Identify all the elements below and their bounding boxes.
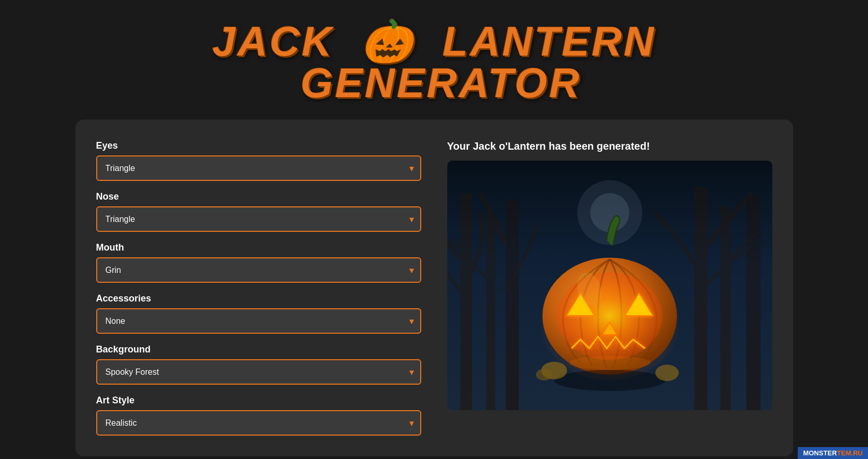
app-layout: JACK 🎃 LANTERN GENERATOR Eyes Triangle R… <box>70 10 798 459</box>
app-title: JACK 🎃 LANTERN GENERATOR <box>70 21 798 104</box>
art-style-label: Art Style <box>96 395 421 406</box>
art-style-select[interactable]: Realistic Cartoon Pixel Art Watercolor S… <box>96 410 421 436</box>
jack-image-container <box>447 161 772 410</box>
watermark-suffix: TEM.RU <box>837 449 863 457</box>
mouth-select-wrapper: Grin Smile Frown Jagged Fangs ▾ <box>96 257 421 283</box>
accessories-select[interactable]: None Hat Bow Candle Spider <box>96 308 421 334</box>
accessories-field-group: Accessories None Hat Bow Candle Spider ▾ <box>96 293 421 334</box>
svg-point-26 <box>536 369 552 381</box>
art-style-select-wrapper: Realistic Cartoon Pixel Art Watercolor S… <box>96 410 421 436</box>
options-column: Eyes Triangle Round Square Star Diamond … <box>96 140 421 436</box>
eyes-field-group: Eyes Triangle Round Square Star Diamond … <box>96 140 421 181</box>
svg-rect-8 <box>746 196 761 410</box>
eyes-label: Eyes <box>96 140 421 151</box>
eyes-select-wrapper: Triangle Round Square Star Diamond ▾ <box>96 155 421 181</box>
nose-field-group: Nose Triangle Round Square None ▾ <box>96 191 421 232</box>
title-container: JACK 🎃 LANTERN GENERATOR <box>70 10 798 120</box>
accessories-label: Accessories <box>96 293 421 304</box>
accessories-select-wrapper: None Hat Bow Candle Spider ▾ <box>96 308 421 334</box>
art-style-field-group: Art Style Realistic Cartoon Pixel Art Wa… <box>96 395 421 436</box>
nose-select-wrapper: Triangle Round Square None ▾ <box>96 206 421 232</box>
jack-olantern-svg <box>488 208 732 395</box>
background-select-wrapper: Spooky Forest Graveyard Haunted House Ni… <box>96 359 421 385</box>
watermark-prefix: MONSTER <box>803 449 837 457</box>
svg-rect-3 <box>460 193 472 411</box>
mouth-select[interactable]: Grin Smile Frown Jagged Fangs <box>96 257 421 283</box>
nose-select[interactable]: Triangle Round Square None <box>96 206 421 232</box>
generated-label: Your Jack o'Lantern has been generated! <box>447 140 650 152</box>
nose-label: Nose <box>96 191 421 202</box>
svg-point-25 <box>655 365 679 382</box>
eyes-select[interactable]: Triangle Round Square Star Diamond <box>96 155 421 181</box>
background-label: Background <box>96 344 421 355</box>
svg-point-21 <box>568 356 651 370</box>
mouth-label: Mouth <box>96 242 421 253</box>
background-select[interactable]: Spooky Forest Graveyard Haunted House Ni… <box>96 359 421 385</box>
jack-scene <box>447 161 772 410</box>
background-field-group: Background Spooky Forest Graveyard Haunt… <box>96 344 421 385</box>
svg-point-23 <box>554 370 665 391</box>
preview-column: Your Jack o'Lantern has been generated! <box>447 140 772 436</box>
main-panel: Eyes Triangle Round Square Star Diamond … <box>75 120 793 456</box>
mouth-field-group: Mouth Grin Smile Frown Jagged Fangs ▾ <box>96 242 421 283</box>
watermark: MONSTERTEM.RU <box>798 447 868 459</box>
